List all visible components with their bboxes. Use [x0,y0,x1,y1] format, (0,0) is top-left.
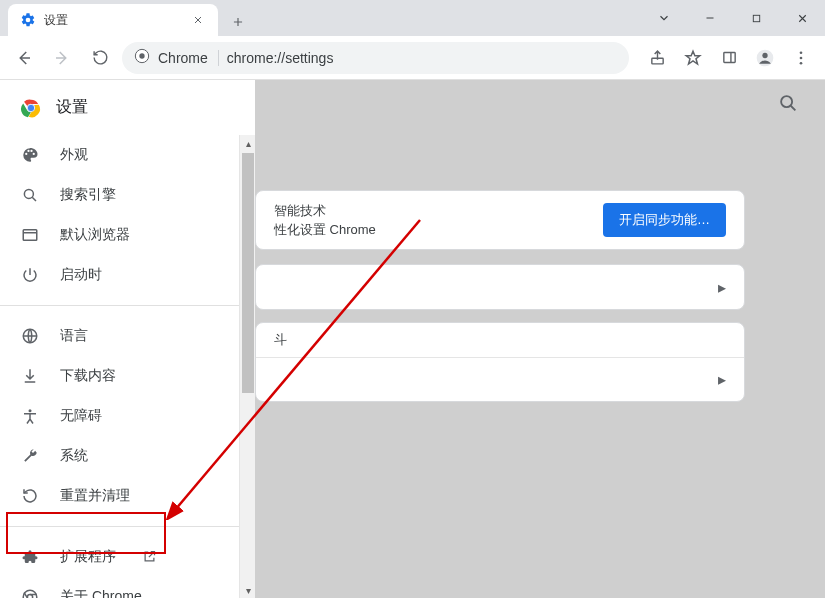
sidebar-item-accessibility[interactable]: 无障碍 [0,396,255,436]
sync-card-line1: 智能技术 [274,201,376,221]
svg-rect-0 [753,15,759,21]
menu-button[interactable] [785,42,817,74]
settings-sidebar: 设置 外观 搜索引擎 默认浏览器 启动时 语言 [0,80,255,598]
power-icon [20,265,40,285]
sidebar-scrollbar[interactable]: ▴ ▾ [239,135,255,598]
close-icon[interactable] [190,12,206,28]
svg-point-2 [139,53,144,58]
side-panel-button[interactable] [713,42,745,74]
chrome-logo-icon [20,97,42,119]
puzzle-icon [20,547,40,567]
sync-card-line2: 性化设置 Chrome [274,220,376,240]
sidebar-item-label: 下载内容 [60,367,116,385]
forward-button [46,42,78,74]
sidebar-item-downloads[interactable]: 下载内容 [0,356,255,396]
scroll-thumb[interactable] [242,153,254,393]
window-controls [641,0,825,36]
sidebar-item-about-chrome[interactable]: 关于 Chrome [0,577,255,598]
sidebar-separator [0,305,255,306]
card-fragment-text: 斗 [256,323,744,349]
globe-icon [20,326,40,346]
svg-point-8 [800,56,803,59]
window-titlebar: 设置 [0,0,825,36]
sidebar-item-default-browser[interactable]: 默认浏览器 [0,215,255,255]
palette-icon [20,145,40,165]
profile-button[interactable] [749,42,781,74]
settings-row[interactable]: ▸ [256,265,744,309]
sidebar-item-label: 默认浏览器 [60,226,130,244]
sidebar-separator [0,526,255,527]
sidebar-item-label: 关于 Chrome [60,588,142,598]
share-button[interactable] [641,42,673,74]
svg-point-13 [24,189,33,198]
scroll-down-button[interactable]: ▾ [240,582,256,598]
sidebar-item-label: 启动时 [60,266,102,284]
browser-toolbar: Chrome chrome://settings [0,36,825,80]
sidebar-item-label: 扩展程序 [60,548,116,566]
settings-search-button[interactable] [777,92,801,116]
turn-on-sync-button[interactable]: 开启同步功能… [603,203,726,237]
search-icon [20,185,40,205]
browser-icon [20,225,40,245]
sidebar-item-label: 搜索引擎 [60,186,116,204]
sidebar-item-label: 语言 [60,327,88,345]
maximize-button[interactable] [733,0,779,36]
sidebar-item-reset[interactable]: 重置并清理 [0,476,255,516]
svg-point-16 [29,409,32,412]
sidebar-item-on-startup[interactable]: 启动时 [0,255,255,295]
external-link-icon [142,549,158,565]
sidebar-item-label: 无障碍 [60,407,102,425]
sidebar-item-label: 重置并清理 [60,487,130,505]
reset-icon [20,486,40,506]
omnibox-url: chrome://settings [227,50,334,66]
sidebar-item-extensions[interactable]: 扩展程序 [0,537,255,577]
new-tab-button[interactable] [224,8,252,36]
sidebar-item-languages[interactable]: 语言 [0,316,255,356]
omnibox-chip: Chrome [158,50,219,66]
tab-title: 设置 [44,12,182,29]
sidebar-item-search-engine[interactable]: 搜索引擎 [0,175,255,215]
reload-button[interactable] [84,42,116,74]
sync-promo-card: 智能技术 性化设置 Chrome 开启同步功能… [255,190,745,250]
settings-row[interactable]: ▸ [256,357,744,401]
download-icon [20,366,40,386]
browser-tab[interactable]: 设置 [8,4,218,36]
sidebar-item-label: 系统 [60,447,88,465]
svg-point-19 [781,96,792,107]
svg-point-6 [762,52,767,57]
bookmark-button[interactable] [677,42,709,74]
sidebar-title: 设置 [56,97,88,118]
sidebar-item-appearance[interactable]: 外观 [0,135,255,175]
minimize-button[interactable] [687,0,733,36]
chevron-right-icon: ▸ [718,370,726,389]
svg-point-9 [800,61,803,64]
settings-row-card: ▸ [255,264,745,310]
svg-rect-14 [23,230,37,241]
settings-content: 智能技术 性化设置 Chrome 开启同步功能… ▸ 斗 ▸ [255,80,825,598]
address-bar[interactable]: Chrome chrome://settings [122,42,629,74]
chrome-icon [20,587,40,598]
window-close-button[interactable] [779,0,825,36]
svg-point-7 [800,51,803,54]
settings-row-card: 斗 ▸ [255,322,745,402]
back-button[interactable] [8,42,40,74]
scroll-up-button[interactable]: ▴ [240,135,256,151]
sidebar-item-label: 外观 [60,146,88,164]
svg-rect-4 [723,53,734,63]
gear-icon [20,12,36,28]
chrome-chip-icon [134,48,150,67]
chevron-right-icon: ▸ [718,278,726,297]
sidebar-header: 设置 [0,80,255,135]
chevron-down-icon[interactable] [641,0,687,36]
sidebar-item-system[interactable]: 系统 [0,436,255,476]
wrench-icon [20,446,40,466]
a11y-icon [20,406,40,426]
